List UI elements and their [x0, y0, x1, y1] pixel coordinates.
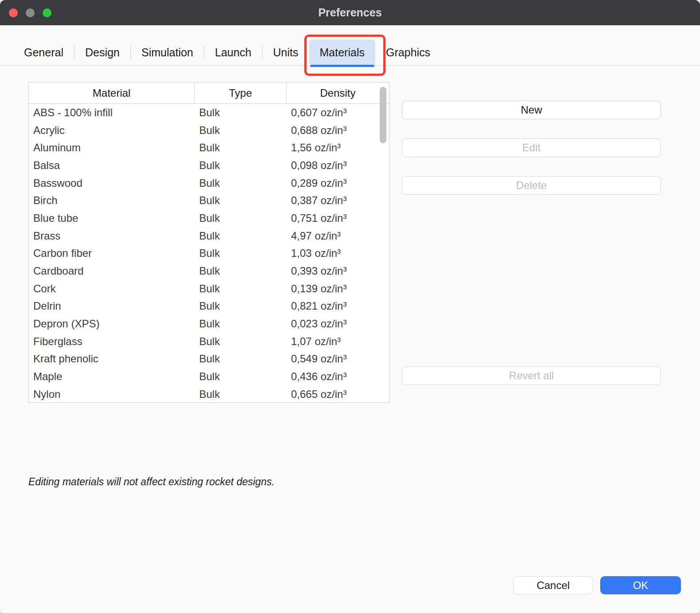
cell-material: Acrylic: [29, 122, 195, 139]
table-row[interactable]: BirchBulk0,387 oz/in³: [29, 192, 389, 209]
cell-type: Bulk: [195, 209, 287, 227]
table-row[interactable]: FiberglassBulk1,07 oz/in³: [29, 333, 389, 350]
cell-material: Birch: [29, 192, 195, 209]
table-row[interactable]: ABS - 100% infillBulk0,607 oz/in³: [29, 104, 389, 122]
cell-type: Bulk: [195, 245, 287, 263]
cell-density: 0,387 oz/in³: [287, 192, 389, 209]
cell-density: 1,03 oz/in³: [287, 245, 389, 263]
cell-density: 0,436 oz/in³: [287, 368, 389, 385]
table-row[interactable]: BasswoodBulk0,289 oz/in³: [29, 174, 389, 192]
materials-note: Editing materials will not affect existi…: [28, 476, 275, 488]
preferences-window: Preferences General Design Simulation La…: [0, 0, 700, 613]
tab-simulation[interactable]: Simulation: [131, 39, 204, 65]
revert-all-button[interactable]: Revert all: [402, 366, 661, 385]
cell-density: 0,751 oz/in³: [287, 209, 389, 227]
table-row[interactable]: BrassBulk4,97 oz/in³: [29, 227, 389, 245]
materials-table: Material Type Density ABS - 100% infillB…: [28, 82, 389, 403]
cell-density: 0,607 oz/in³: [287, 104, 389, 122]
cell-type: Bulk: [195, 122, 287, 139]
cell-density: 1,07 oz/in³: [287, 333, 389, 350]
cell-density: 0,393 oz/in³: [287, 262, 389, 280]
cell-type: Bulk: [195, 368, 287, 385]
cell-material: Balsa: [29, 157, 195, 174]
tab-graphics[interactable]: Graphics: [375, 39, 441, 65]
cell-type: Bulk: [195, 298, 287, 315]
table-row[interactable]: CardboardBulk0,393 oz/in³: [29, 262, 389, 280]
cell-density: 4,97 oz/in³: [287, 227, 389, 245]
cell-type: Bulk: [195, 385, 287, 403]
cell-material: Nylon: [29, 385, 195, 403]
cell-material: Brass: [29, 227, 195, 245]
tab-materials[interactable]: Materials: [309, 39, 375, 65]
table-row[interactable]: MapleBulk0,436 oz/in³: [29, 368, 389, 385]
cell-type: Bulk: [195, 262, 287, 280]
traffic-lights: [9, 0, 51, 25]
cell-type: Bulk: [195, 280, 287, 298]
window-title: Preferences: [318, 6, 381, 19]
cell-material: Fiberglass: [29, 333, 195, 350]
cell-density: 0,549 oz/in³: [287, 350, 389, 368]
cell-density: 0,139 oz/in³: [287, 280, 389, 298]
table-row[interactable]: Depron (XPS)Bulk0,023 oz/in³: [29, 315, 389, 333]
titlebar: Preferences: [0, 0, 700, 25]
cell-density: 0,023 oz/in³: [287, 315, 389, 333]
table-row[interactable]: NylonBulk0,665 oz/in³: [29, 385, 389, 403]
zoom-icon[interactable]: [43, 8, 51, 17]
cell-type: Bulk: [195, 104, 287, 122]
cell-density: 0,289 oz/in³: [287, 174, 389, 192]
tab-launch[interactable]: Launch: [204, 39, 262, 65]
table-row[interactable]: Carbon fiberBulk1,03 oz/in³: [29, 245, 389, 263]
new-button[interactable]: New: [402, 101, 661, 119]
tab-general[interactable]: General: [13, 39, 74, 65]
minimize-icon[interactable]: [26, 8, 35, 17]
table-row[interactable]: Blue tubeBulk0,751 oz/in³: [29, 209, 389, 227]
table-row[interactable]: AcrylicBulk0,688 oz/in³: [29, 122, 389, 139]
cell-type: Bulk: [195, 227, 287, 245]
tab-design[interactable]: Design: [75, 39, 130, 65]
cell-material: Aluminum: [29, 139, 195, 157]
cell-material: Depron (XPS): [29, 315, 195, 333]
cell-type: Bulk: [195, 315, 287, 333]
table-body: ABS - 100% infillBulk0,607 oz/in³Acrylic…: [29, 104, 389, 403]
cell-type: Bulk: [195, 157, 287, 174]
delete-button[interactable]: Delete: [402, 176, 661, 195]
table-row[interactable]: DelrinBulk0,821 oz/in³: [29, 298, 389, 315]
vertical-scrollbar[interactable]: [380, 87, 386, 143]
cell-density: 0,688 oz/in³: [287, 122, 389, 139]
cancel-button[interactable]: Cancel: [513, 576, 593, 594]
cell-type: Bulk: [195, 350, 287, 368]
cell-density: 1,56 oz/in³: [287, 139, 389, 157]
column-header-type: Type: [195, 83, 287, 103]
column-header-density: Density: [287, 83, 389, 103]
cell-material: Carbon fiber: [29, 245, 195, 263]
cell-type: Bulk: [195, 333, 287, 350]
cell-material: Cork: [29, 280, 195, 298]
table-row[interactable]: CorkBulk0,139 oz/in³: [29, 280, 389, 298]
cell-material: Delrin: [29, 298, 195, 315]
close-icon[interactable]: [9, 8, 18, 17]
cell-density: 0,665 oz/in³: [287, 385, 389, 403]
cell-density: 0,098 oz/in³: [287, 157, 389, 174]
table-row[interactable]: BalsaBulk0,098 oz/in³: [29, 157, 389, 174]
tab-bar: General Design Simulation Launch Units M…: [0, 25, 700, 66]
cell-type: Bulk: [195, 192, 287, 209]
table-row[interactable]: AluminumBulk1,56 oz/in³: [29, 139, 389, 157]
table-header: Material Type Density: [29, 83, 389, 104]
cell-material: Basswood: [29, 174, 195, 192]
cell-material: Blue tube: [29, 209, 195, 227]
table-row[interactable]: Kraft phenolicBulk0,549 oz/in³: [29, 350, 389, 368]
cell-type: Bulk: [195, 174, 287, 192]
ok-button[interactable]: OK: [600, 576, 681, 594]
edit-button[interactable]: Edit: [402, 138, 661, 157]
cell-type: Bulk: [195, 139, 287, 157]
tab-units[interactable]: Units: [263, 39, 309, 65]
cell-density: 0,821 oz/in³: [287, 298, 389, 315]
cell-material: Kraft phenolic: [29, 350, 195, 368]
cell-material: ABS - 100% infill: [29, 104, 195, 122]
cell-material: Cardboard: [29, 262, 195, 280]
cell-material: Maple: [29, 368, 195, 385]
column-header-material: Material: [29, 83, 195, 103]
